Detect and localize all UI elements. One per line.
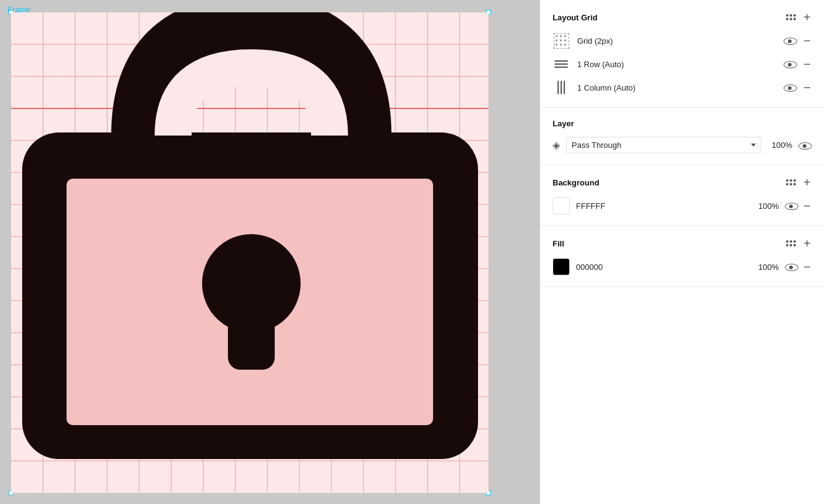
background-visibility-toggle[interactable] bbox=[785, 201, 797, 210]
blend-mode-label: Pass Through bbox=[572, 140, 748, 150]
canvas-area: Frame bbox=[0, 0, 540, 504]
right-panel: Layout Grid + Grid (2px) − bbox=[540, 0, 823, 504]
chevron-down-icon bbox=[751, 144, 756, 147]
background-color-hex[interactable]: FFFFFF bbox=[576, 201, 748, 211]
layer-visibility-toggle[interactable] bbox=[798, 141, 811, 150]
column-auto-remove-button[interactable]: − bbox=[803, 81, 811, 94]
fill-color-swatch[interactable] bbox=[553, 258, 570, 275]
row-auto-label: 1 Row (Auto) bbox=[577, 60, 776, 69]
fill-remove-button[interactable]: − bbox=[803, 261, 811, 273]
row-icon bbox=[553, 55, 570, 73]
background-color-swatch[interactable] bbox=[553, 197, 570, 214]
blend-mode-icon: ◈ bbox=[553, 139, 560, 151]
layout-grid-header: Layout Grid + bbox=[553, 11, 811, 23]
background-section: Background + FFFFFF 100% − bbox=[540, 165, 823, 226]
grid-dots-icon bbox=[553, 32, 570, 49]
background-title: Background bbox=[553, 178, 599, 187]
fill-visibility-toggle[interactable] bbox=[785, 262, 797, 271]
background-add-button[interactable]: + bbox=[803, 176, 811, 189]
layer-title: Layer bbox=[553, 119, 574, 128]
dots-icon[interactable] bbox=[786, 14, 796, 20]
fill-section: Fill + 000000 100% − bbox=[540, 226, 823, 287]
fill-dots-icon[interactable] bbox=[786, 240, 796, 246]
svg-rect-33 bbox=[228, 308, 275, 370]
background-remove-button[interactable]: − bbox=[803, 200, 811, 212]
layer-header: Layer bbox=[553, 119, 811, 128]
grid-item-column: 1 Column (Auto) − bbox=[553, 79, 811, 96]
column-icon bbox=[553, 79, 570, 96]
fill-color-row: 000000 100% − bbox=[553, 258, 811, 275]
background-header: Background + bbox=[553, 176, 811, 189]
column-auto-visibility-toggle[interactable] bbox=[784, 83, 796, 92]
fill-header: Fill + bbox=[553, 237, 811, 250]
fill-title: Fill bbox=[553, 239, 564, 248]
background-color-opacity[interactable]: 100% bbox=[754, 201, 779, 211]
layout-grid-actions: + bbox=[786, 11, 811, 23]
background-dots-icon[interactable] bbox=[786, 179, 796, 185]
grid-item-grid2px: Grid (2px) − bbox=[553, 32, 811, 49]
layer-row: ◈ Pass Through 100% bbox=[553, 137, 811, 153]
layer-opacity-value[interactable]: 100% bbox=[768, 140, 792, 150]
lock-canvas bbox=[11, 12, 489, 493]
fill-color-hex[interactable]: 000000 bbox=[576, 262, 748, 272]
layout-grid-section: Layout Grid + Grid (2px) − bbox=[540, 0, 823, 108]
column-auto-label: 1 Column (Auto) bbox=[577, 83, 776, 92]
fill-color-opacity[interactable]: 100% bbox=[754, 262, 779, 272]
fill-actions: + bbox=[786, 237, 811, 250]
frame-container bbox=[11, 12, 489, 493]
layer-section: Layer ◈ Pass Through 100% bbox=[540, 108, 823, 165]
grid-2px-remove-button[interactable]: − bbox=[803, 35, 811, 47]
row-auto-visibility-toggle[interactable] bbox=[784, 60, 796, 68]
layout-grid-title: Layout Grid bbox=[553, 13, 598, 22]
blend-mode-dropdown[interactable]: Pass Through bbox=[566, 137, 761, 153]
background-actions: + bbox=[786, 176, 811, 189]
grid-2px-visibility-toggle[interactable] bbox=[784, 36, 796, 45]
background-color-row: FFFFFF 100% − bbox=[553, 197, 811, 214]
layout-grid-add-button[interactable]: + bbox=[803, 11, 811, 23]
grid-item-row: 1 Row (Auto) − bbox=[553, 55, 811, 73]
grid-2px-label: Grid (2px) bbox=[577, 36, 776, 46]
fill-add-button[interactable]: + bbox=[803, 237, 811, 250]
row-auto-remove-button[interactable]: − bbox=[803, 58, 811, 70]
